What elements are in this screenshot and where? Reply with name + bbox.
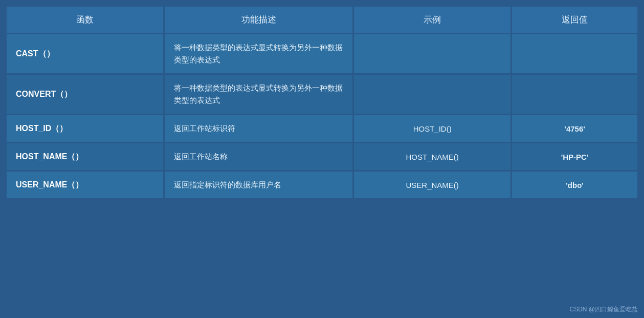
cell-desc: 将一种数据类型的表达式显式转换为另外一种数据类型的表达式 bbox=[165, 75, 352, 114]
cell-desc: 返回工作站名称 bbox=[165, 143, 352, 170]
cell-return: 'dbo' bbox=[512, 172, 637, 198]
cell-return: 'HP-PC' bbox=[512, 143, 637, 170]
table-row: HOST_NAME（）返回工作站名称HOST_NAME()'HP-PC' bbox=[7, 143, 637, 170]
cell-func: HOST_NAME（） bbox=[7, 143, 163, 170]
cell-desc: 将一种数据类型的表达式显式转换为另外一种数据类型的表达式 bbox=[165, 34, 352, 73]
cell-desc: 返回工作站标识符 bbox=[165, 115, 352, 142]
cell-example bbox=[354, 75, 510, 114]
data-table: 函数 功能描述 示例 返回值 CAST（）将一种数据类型的表达式显式转换为另外一… bbox=[5, 5, 639, 200]
cell-return: '4756' bbox=[512, 115, 637, 142]
cell-func: CONVERT（） bbox=[7, 75, 163, 114]
cell-return bbox=[512, 75, 637, 114]
header-return: 返回值 bbox=[512, 7, 637, 33]
cell-func: HOST_ID（） bbox=[7, 115, 163, 142]
table-row: HOST_ID（）返回工作站标识符HOST_ID()'4756' bbox=[7, 115, 637, 142]
watermark: CSDN @四口鲸鱼爱吃盐 bbox=[569, 305, 638, 314]
cell-func: USER_NAME（） bbox=[7, 172, 163, 198]
cell-return bbox=[512, 34, 637, 73]
table-row: CAST（）将一种数据类型的表达式显式转换为另外一种数据类型的表达式 bbox=[7, 34, 637, 73]
table-row: USER_NAME（）返回指定标识符的数据库用户名USER_NAME()'dbo… bbox=[7, 172, 637, 198]
header-example: 示例 bbox=[354, 7, 510, 33]
cell-example: HOST_ID() bbox=[354, 115, 510, 142]
table-container: 函数 功能描述 示例 返回值 CAST（）将一种数据类型的表达式显式转换为另外一… bbox=[0, 0, 644, 318]
header-desc: 功能描述 bbox=[165, 7, 352, 33]
cell-func: CAST（） bbox=[7, 34, 163, 73]
header-row: 函数 功能描述 示例 返回值 bbox=[7, 7, 637, 33]
cell-example: HOST_NAME() bbox=[354, 143, 510, 170]
cell-desc: 返回指定标识符的数据库用户名 bbox=[165, 172, 352, 198]
cell-example bbox=[354, 34, 510, 73]
table-row: CONVERT（）将一种数据类型的表达式显式转换为另外一种数据类型的表达式 bbox=[7, 75, 637, 114]
header-func: 函数 bbox=[7, 7, 163, 33]
cell-example: USER_NAME() bbox=[354, 172, 510, 198]
